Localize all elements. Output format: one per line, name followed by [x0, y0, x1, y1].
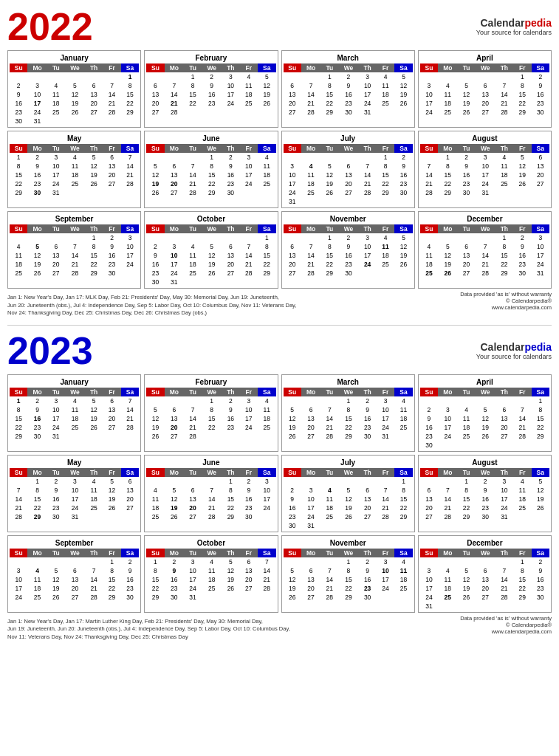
month-august: August Su MoTuWeThFr Sa 1234567891011121… — [418, 455, 552, 532]
month-november: November Su MoTuWeThFr Sa 12345678910111… — [281, 535, 415, 613]
month-december: December Su MoTuWeThFr Sa 12345678910111… — [418, 535, 552, 613]
month-february: February Su MoTuWeThFr Sa 12345678910111… — [144, 50, 278, 128]
month-april: April Su MoTuWeThFr Sa 12345678910111213… — [418, 50, 552, 128]
month-september: September Su MoTuWeThFr Sa 1234567891011… — [7, 535, 141, 613]
month-january: January Su MoTuWeThFr Sa 123456789101112… — [7, 374, 141, 452]
month-august: August Su MoTuWeThFr Sa 1234567891011121… — [418, 131, 552, 208]
month-title: June — [146, 133, 275, 144]
month-february: February Su MoTuWeThFr Sa 12345678910111… — [144, 374, 278, 452]
year-header: 2023 Calendarpedia Your source for calen… — [7, 331, 552, 370]
month-title: October — [146, 537, 275, 549]
month-title: January — [10, 52, 139, 63]
notes-container: Jan 1: New Year's Day, Jan 17: MLK Day, … — [7, 291, 552, 317]
month-title: July — [284, 457, 413, 468]
month-title: October — [146, 213, 275, 224]
brand-logo: Calendarpedia Your source for calendars — [476, 341, 552, 360]
month-july: July Su MoTuWeThFr Sa 123456789101112131… — [281, 131, 415, 208]
month-title: September — [10, 213, 139, 224]
month-title: January — [10, 377, 139, 388]
notes-right: Data provided 'as is' without warranty© … — [460, 291, 552, 317]
month-title: August — [420, 457, 549, 468]
month-title: November — [284, 213, 413, 224]
month-july: July Su MoTuWeThFr Sa 123456789101112131… — [281, 455, 415, 532]
month-october: October Su MoTuWeThFr Sa 123456789101112… — [144, 535, 278, 613]
month-may: May Su MoTuWeThFr Sa 1234567891011121314… — [7, 131, 141, 208]
year-section-2023: 2023 Calendarpedia Your source for calen… — [7, 331, 552, 642]
year-separator — [7, 325, 552, 326]
month-june: June Su MoTuWeThFr Sa 123456789101112131… — [144, 131, 278, 208]
month-december: December Su MoTuWeThFr Sa 12345678910111… — [418, 211, 552, 289]
calendars-grid: January Su MoTuWeThFr Sa 123456789101112… — [7, 374, 552, 613]
brand-logo: Calendarpedia Your source for calendars — [476, 17, 552, 36]
month-june: June Su MoTuWeThFr Sa 123456789101112131… — [144, 455, 278, 532]
month-title: May — [10, 133, 139, 144]
month-title: April — [420, 52, 549, 63]
month-september: September Su MoTuWeThFr Sa 1234567891011… — [7, 211, 141, 289]
month-title: February — [146, 377, 275, 388]
month-march: March Su MoTuWeThFr Sa 12345678910111213… — [281, 50, 415, 128]
month-title: June — [146, 457, 275, 468]
month-title: May — [10, 457, 139, 468]
month-title: August — [420, 133, 549, 144]
month-title: March — [284, 52, 413, 63]
year-title: 2023 — [7, 331, 93, 370]
year-section-2022: 2022 Calendarpedia Your source for calen… — [7, 7, 552, 317]
month-title: April — [420, 377, 549, 388]
month-title: November — [284, 537, 413, 549]
notes-container: Jan 1: New Year's Day, Jan 17: Martin Lu… — [7, 615, 552, 642]
month-january: January Su MoTuWeThFr Sa 123456789101112… — [7, 50, 141, 128]
year-title: 2022 — [7, 7, 93, 46]
year-header: 2022 Calendarpedia Your source for calen… — [7, 7, 552, 46]
month-title: March — [284, 377, 413, 388]
month-title: July — [284, 133, 413, 144]
month-title: September — [10, 537, 139, 549]
month-march: March Su MoTuWeThFr Sa 12345678910111213… — [281, 374, 415, 452]
month-april: April Su MoTuWeThFr Sa 12345678910111213… — [418, 374, 552, 452]
month-title: December — [420, 537, 549, 549]
calendars-grid: January Su MoTuWeThFr Sa 123456789101112… — [7, 50, 552, 289]
month-title: December — [420, 213, 549, 224]
month-october: October Su MoTuWeThFr Sa 123456789101112… — [144, 211, 278, 289]
notes-left: Jan 1: New Year's Day, Jan 17: MLK Day, … — [7, 294, 296, 317]
notes-right: Data provided 'as is' without warranty© … — [460, 615, 552, 642]
month-november: November Su MoTuWeThFr Sa 12345678910111… — [281, 211, 415, 289]
notes-left: Jan 1: New Year's Day, Jan 17: Martin Lu… — [7, 618, 290, 642]
month-may: May Su MoTuWeThFr Sa 1234567891011121314… — [7, 455, 141, 532]
month-title: February — [146, 52, 275, 63]
